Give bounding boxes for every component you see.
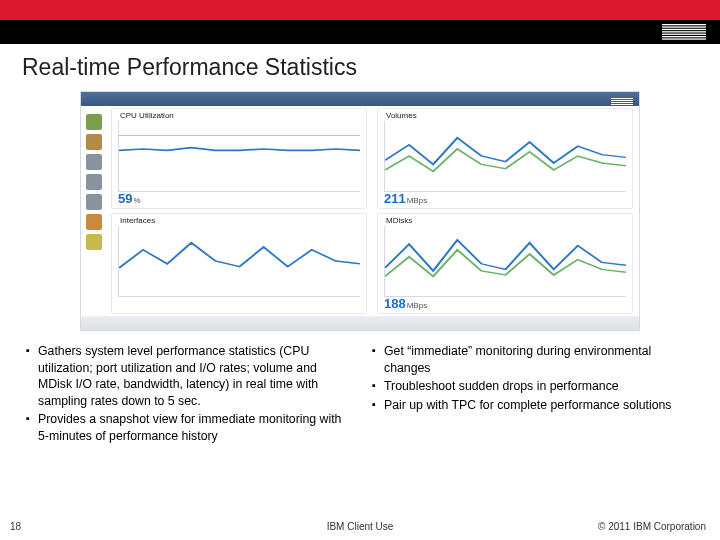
brand-bar: [0, 20, 720, 44]
svg-rect-2: [662, 29, 706, 30]
nav-icon: [86, 234, 102, 250]
value-unit: MBps: [407, 196, 427, 205]
left-column: Gathers system level performance statist…: [26, 343, 348, 447]
screenshot-footer: [81, 316, 639, 330]
nav-icon: [86, 154, 102, 170]
cpu-value: 59%: [118, 191, 141, 206]
screenshot-header: [81, 92, 639, 106]
cpu-chart: [118, 121, 360, 192]
brand-stripe: [0, 0, 720, 20]
mdisks-value: 188MBps: [384, 296, 427, 311]
svg-rect-3: [662, 31, 706, 32]
mdisks-panel: MDisks 188MBps: [377, 213, 633, 314]
svg-rect-6: [662, 38, 706, 39]
svg-rect-7: [611, 98, 633, 99]
cpu-panel: CPU Utilization 59%: [111, 108, 367, 209]
slide-footer: 18 IBM Client Use © 2011 IBM Corporation: [0, 514, 720, 532]
bullet-item: Gathers system level performance statist…: [26, 343, 348, 409]
mdisks-chart: [384, 226, 626, 297]
svg-rect-5: [662, 36, 706, 37]
charts-grid: CPU Utilization 59% Volumes 211MBps: [111, 108, 633, 314]
value-number: 59: [118, 191, 132, 206]
svg-rect-8: [611, 100, 633, 101]
nav-icon: [86, 114, 102, 130]
left-bullet-list: Gathers system level performance statist…: [26, 343, 348, 445]
screenshot-preview: CPU Utilization 59% Volumes 211MBps: [80, 91, 640, 331]
value-number: 211: [384, 191, 406, 206]
bullet-columns: Gathers system level performance statist…: [0, 331, 720, 447]
interfaces-chart: [118, 226, 360, 297]
right-column: Get “immediate” monitoring during enviro…: [372, 343, 694, 447]
ibm-logo-icon: [662, 24, 706, 44]
nav-icon: [86, 174, 102, 190]
nav-icon: [86, 194, 102, 210]
svg-rect-9: [611, 102, 633, 103]
svg-rect-10: [611, 104, 633, 105]
svg-rect-1: [662, 26, 706, 27]
volumes-chart: [384, 121, 626, 192]
page-title: Real-time Performance Statistics: [0, 44, 720, 89]
panel-title: Interfaces: [118, 216, 157, 225]
value-unit: %: [133, 196, 140, 205]
bullet-item: Provides a snapshot view for immediate m…: [26, 411, 348, 444]
svg-rect-0: [662, 24, 706, 25]
right-bullet-list: Get “immediate” monitoring during enviro…: [372, 343, 694, 413]
bullet-item: Pair up with TPC for complete performanc…: [372, 397, 694, 414]
screenshot-sidebar: [81, 112, 107, 254]
panel-title: MDisks: [384, 216, 414, 225]
bullet-item: Get “immediate” monitoring during enviro…: [372, 343, 694, 376]
svg-rect-4: [662, 34, 706, 35]
nav-icon: [86, 214, 102, 230]
copyright: © 2011 IBM Corporation: [598, 521, 706, 532]
value-unit: MBps: [407, 301, 427, 310]
interfaces-panel: Interfaces: [111, 213, 367, 314]
volumes-panel: Volumes 211MBps: [377, 108, 633, 209]
value-number: 188: [384, 296, 406, 311]
panel-title: CPU Utilization: [118, 111, 176, 120]
panel-title: Volumes: [384, 111, 419, 120]
volumes-value: 211MBps: [384, 191, 427, 206]
nav-icon: [86, 134, 102, 150]
bullet-item: Troubleshoot sudden drops in performance: [372, 378, 694, 395]
screenshot-body: CPU Utilization 59% Volumes 211MBps: [81, 106, 639, 316]
